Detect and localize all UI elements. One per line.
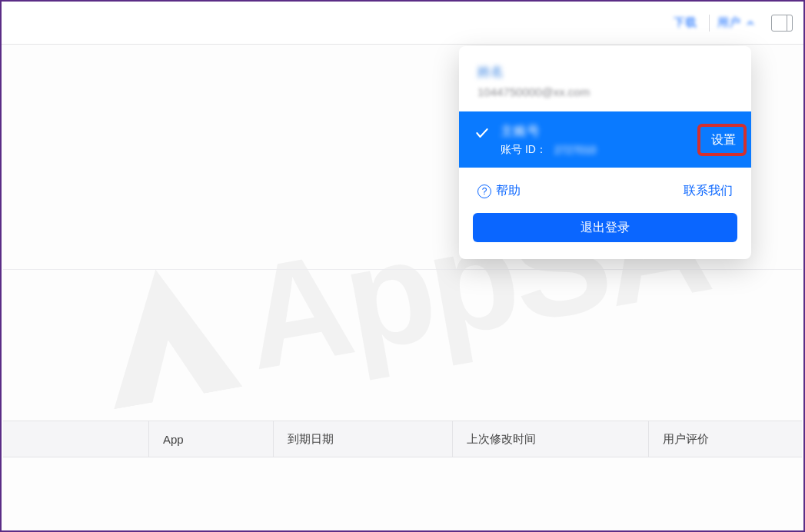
section-divider <box>3 269 802 270</box>
contact-link[interactable]: 联系我们 <box>684 183 733 199</box>
app-frame: AppSA 下载 用户 App 到期日期 上次修改时间 用户评价 姓名 1044… <box>0 0 805 532</box>
user-dropdown: 姓名 1044750000@xx.com 主账号 账号 ID： 2727010 … <box>459 46 751 259</box>
column-header-app[interactable]: App <box>149 421 274 457</box>
column-header-rating[interactable]: 用户评价 <box>649 421 802 457</box>
topbar-user-menu[interactable]: 用户 <box>717 15 756 30</box>
topbar-user-label: 用户 <box>717 15 740 30</box>
selected-account-body: 主账号 账号 ID： 2727010 <box>501 122 736 157</box>
selected-account-title: 主账号 <box>501 122 736 140</box>
chevron-up-icon <box>745 18 756 28</box>
watermark-logo <box>91 258 242 410</box>
topbar: 下载 用户 <box>2 2 803 45</box>
topbar-divider <box>709 15 710 32</box>
selected-account-id-row: 账号 ID： 2727010 <box>501 143 736 157</box>
settings-button[interactable]: 设置 <box>704 128 743 150</box>
dropdown-user-email: 1044750000@xx.com <box>477 85 590 98</box>
help-icon: ? <box>477 185 491 198</box>
dropdown-selected-account[interactable]: 主账号 账号 ID： 2727010 设置 <box>459 111 751 168</box>
column-spacer <box>3 421 149 457</box>
column-header-modified[interactable]: 上次修改时间 <box>453 421 649 457</box>
dropdown-user-name: 姓名 <box>477 63 504 81</box>
settings-wrap: 设置 <box>704 131 743 148</box>
check-icon <box>474 125 490 141</box>
column-header-expiry[interactable]: 到期日期 <box>274 421 453 457</box>
account-id-value: 2727010 <box>554 144 597 156</box>
help-label: 帮助 <box>496 183 521 199</box>
contact-label: 联系我们 <box>684 183 733 199</box>
dropdown-links: ? 帮助 联系我们 <box>459 168 751 205</box>
dropdown-logout: 退出登录 <box>459 205 751 259</box>
dropdown-header: 姓名 1044750000@xx.com <box>459 46 751 111</box>
help-link[interactable]: ? 帮助 <box>477 183 521 199</box>
topbar-link[interactable]: 下载 <box>669 12 701 33</box>
table-header: App 到期日期 上次修改时间 用户评价 <box>3 421 802 457</box>
panel-toggle-icon[interactable] <box>771 15 793 32</box>
logout-button[interactable]: 退出登录 <box>473 213 737 242</box>
account-id-label: 账号 ID： <box>501 143 547 157</box>
